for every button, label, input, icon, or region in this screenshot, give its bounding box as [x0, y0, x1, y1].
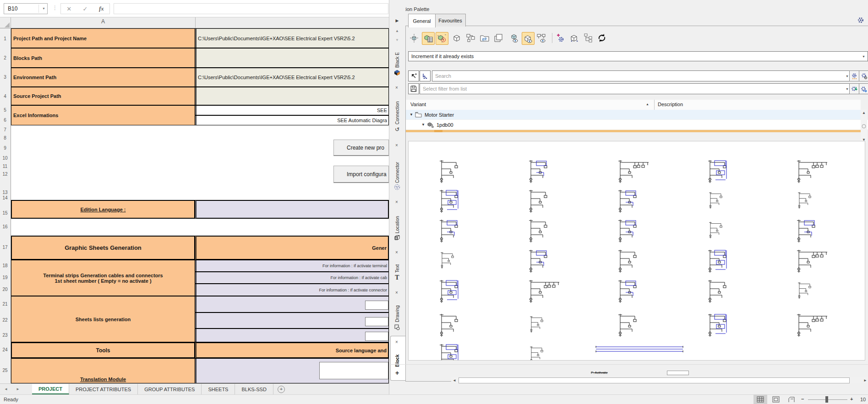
schematic-thumbnail[interactable] [615, 159, 657, 184]
sheet-tab-project[interactable]: PROJECT [32, 384, 69, 394]
schematic-thumbnail[interactable] [793, 312, 835, 338]
page-break-view-button[interactable] [785, 395, 798, 404]
cell-graphic-sheets-title[interactable]: Graphic Sheets Generation [11, 236, 195, 260]
copy-cube-icon[interactable] [492, 32, 504, 44]
sidebar-close-location-icon[interactable]: × [394, 199, 399, 205]
cell-info-cables[interactable]: For information : If activate cab [195, 272, 389, 284]
schematic-thumbnail[interactable] [793, 159, 835, 184]
cell-b4-value[interactable] [195, 87, 389, 105]
schematic-thumbnail[interactable] [704, 159, 741, 184]
zoom-in-icon[interactable]: + [850, 396, 853, 402]
column-variant[interactable]: Variant [410, 102, 426, 107]
sidebar-tab-black-e[interactable]: Black E [392, 44, 402, 68]
cell-b6-value[interactable]: SEE Automatic Diagra [195, 115, 389, 125]
cell-edition-language-value[interactable] [195, 200, 389, 219]
schematic-thumbnail[interactable] [793, 218, 830, 244]
search-input[interactable]: Search ▼ [432, 70, 852, 81]
hscroll-right-icon[interactable]: ► [863, 378, 867, 382]
schematic-thumbnail[interactable] [615, 279, 651, 304]
sidebar-close-connection-icon[interactable]: × [394, 85, 399, 91]
zoom-out-icon[interactable]: − [801, 396, 804, 402]
schematic-thumbnail-lines[interactable] [594, 345, 686, 354]
cell-info-terminal[interactable]: For information : If activate terminal [195, 260, 389, 272]
search-target-button[interactable] [859, 70, 868, 81]
cell-b2-value[interactable] [195, 48, 389, 68]
cell-a1-label[interactable]: Project Path and Project Name [11, 28, 195, 48]
tree-scroll-thumb[interactable] [862, 124, 866, 129]
sidebar-tab-connector[interactable]: Connector [392, 150, 402, 183]
schematic-thumbnail[interactable] [704, 279, 741, 304]
tab-favourites[interactable]: Favourites [435, 14, 466, 27]
sidebar-tab-text[interactable]: Text [392, 257, 402, 273]
cell-sheets-list-1[interactable] [195, 296, 389, 312]
schematic-thumbnail[interactable] [436, 343, 473, 361]
schematic-thumbnail[interactable] [793, 279, 830, 304]
sort-ascending-icon[interactable]: ▲ [646, 102, 649, 106]
sidebar-scroll-up-icon[interactable]: ▲ [393, 27, 401, 35]
tree-scroll-up-icon[interactable]: ▲ [862, 111, 866, 115]
new-sheet-button[interactable]: + [273, 384, 289, 394]
tab-general[interactable]: General [408, 14, 436, 27]
sidebar-close-text-icon[interactable]: × [394, 250, 399, 255]
view-cube-icon[interactable] [522, 32, 535, 45]
schematic-thumbnail[interactable] [704, 189, 741, 214]
schematic-thumbnail[interactable] [436, 218, 473, 244]
hscroll-left-icon[interactable]: ◄ [453, 378, 456, 382]
schematic-thumbnail[interactable] [525, 189, 562, 214]
column-resize-handle[interactable] [654, 100, 655, 110]
sidebar-expand-icon[interactable]: ▶ [393, 16, 401, 25]
cube-icon[interactable] [451, 32, 463, 44]
column-description[interactable]: Description [658, 102, 683, 107]
cell-terminal-strips-label[interactable]: Terminal strips Generation cables and co… [11, 260, 195, 296]
cell-tools-label[interactable]: Tools [11, 342, 195, 358]
tree-row-1pdb00[interactable]: ▼1pdb00 [406, 120, 868, 129]
sheet-tab-blks-ssd[interactable]: BLKS-SSD [235, 384, 273, 394]
schematic-thumbnail[interactable] [615, 218, 651, 244]
tree-expand-icon[interactable]: ▼ [421, 123, 425, 127]
schematic-thumbnail[interactable] [525, 248, 562, 274]
schematic-thumbnail[interactable] [436, 248, 473, 274]
cell-sheets-list-2[interactable] [195, 312, 389, 329]
filter-import-button[interactable] [849, 83, 859, 94]
cell-translation-module-value[interactable] [195, 358, 389, 383]
sheet-nav-right-icon[interactable]: ► [12, 384, 24, 394]
sheet-nav-left-icon[interactable]: ◄ [0, 384, 12, 394]
schematic-thumbnail[interactable] [615, 312, 651, 338]
refresh-icon[interactable] [596, 32, 608, 44]
cell-graphic-sheets-value[interactable]: Gener [195, 236, 389, 260]
schematic-thumbnail[interactable] [704, 312, 741, 338]
sheet-tab-group-attributes[interactable]: GROUP ATTRIBUTES [138, 384, 202, 394]
tree-row-motor-starter[interactable]: ▼Motor Starter [406, 110, 864, 119]
cell-b5-value[interactable]: SEE [195, 105, 389, 115]
sidebar-tab-drawing[interactable]: Drawing [392, 297, 402, 322]
sheets-list-input-3[interactable] [365, 332, 388, 341]
swap-folder-icon[interactable] [479, 32, 491, 44]
hscroll-thumb[interactable] [459, 377, 850, 383]
view-3d-icon[interactable] [508, 32, 520, 44]
tree-icon[interactable] [582, 32, 594, 44]
filter-select[interactable]: Select filter from list ▼ [420, 83, 852, 94]
sheet-tab-sheets[interactable]: SHEETS [202, 384, 235, 394]
pick-element-button[interactable] [408, 70, 419, 81]
schematic-thumbnail[interactable] [436, 312, 473, 338]
sheets-list-input-2[interactable] [365, 317, 388, 326]
cell-a2-label[interactable]: Blocks Path [11, 48, 195, 68]
sidebar-close-connector-icon[interactable]: × [394, 143, 399, 148]
search-settings-button[interactable] [849, 70, 859, 81]
save-filter-button[interactable] [408, 83, 419, 94]
create-new-project-button[interactable]: Create new pro [333, 140, 389, 156]
normal-view-button[interactable] [753, 395, 767, 404]
page-layout-view-button[interactable] [769, 395, 783, 404]
cell-sheets-lists-label[interactable]: Sheets lists generation [11, 296, 195, 342]
schematic-thumbnail[interactable] [436, 159, 473, 184]
sheets-list-input-1[interactable] [365, 301, 388, 310]
schematic-thumbnail[interactable] [525, 343, 562, 361]
schematic-thumbnail[interactable] [525, 159, 562, 184]
schematic-thumbnail[interactable] [525, 218, 562, 244]
schematic-thumbnail[interactable] [436, 189, 473, 214]
schematic-thumbnail[interactable] [436, 279, 473, 304]
sheet-tab-project-attributes[interactable]: PROJECT ATTRIBUTES [69, 384, 138, 394]
zoom-slider-thumb[interactable] [825, 396, 828, 403]
insert-with-target-icon[interactable] [436, 32, 448, 45]
schematic-thumbnail[interactable] [793, 189, 830, 214]
